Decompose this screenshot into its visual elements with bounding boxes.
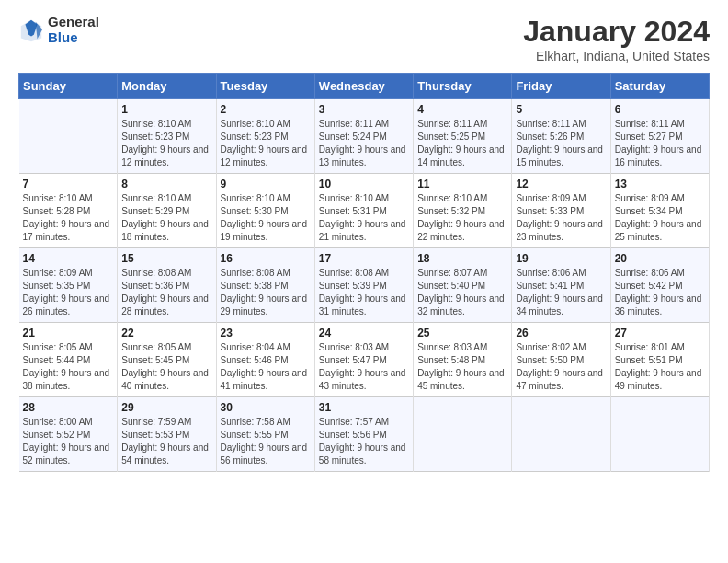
calendar-day-header: Tuesday bbox=[216, 74, 314, 99]
calendar-day-cell: 16 Sunrise: 8:08 AMSunset: 5:38 PMDaylig… bbox=[216, 248, 314, 323]
calendar-header-row: SundayMondayTuesdayWednesdayThursdayFrid… bbox=[19, 74, 710, 99]
day-number: 7 bbox=[23, 178, 114, 190]
day-info: Sunrise: 8:10 AMSunset: 5:28 PMDaylight:… bbox=[23, 193, 110, 242]
day-info: Sunrise: 8:02 AMSunset: 5:50 PMDaylight:… bbox=[516, 342, 603, 391]
day-number: 18 bbox=[417, 252, 507, 265]
day-number: 4 bbox=[417, 103, 507, 116]
day-number: 15 bbox=[121, 252, 211, 265]
day-info: Sunrise: 8:10 AMSunset: 5:30 PMDaylight:… bbox=[221, 193, 308, 242]
day-number: 16 bbox=[221, 252, 311, 265]
day-number: 29 bbox=[121, 401, 211, 414]
calendar-week-row: 1 Sunrise: 8:10 AMSunset: 5:23 PMDayligh… bbox=[19, 99, 710, 174]
day-info: Sunrise: 8:03 AMSunset: 5:48 PMDaylight:… bbox=[417, 342, 505, 391]
calendar-day-cell: 31 Sunrise: 7:57 AMSunset: 5:56 PMDaylig… bbox=[314, 397, 413, 472]
day-info: Sunrise: 8:09 AMSunset: 5:33 PMDaylight:… bbox=[516, 193, 603, 242]
calendar-day-header: Saturday bbox=[610, 74, 709, 99]
day-number: 5 bbox=[516, 103, 606, 116]
day-info: Sunrise: 8:09 AMSunset: 5:34 PMDaylight:… bbox=[615, 193, 702, 242]
logo: General Blue bbox=[18, 15, 99, 45]
calendar-day-cell: 11 Sunrise: 8:10 AMSunset: 5:32 PMDaylig… bbox=[414, 174, 512, 248]
day-info: Sunrise: 8:05 AMSunset: 5:45 PMDaylight:… bbox=[121, 342, 209, 391]
month-title: January 2024 bbox=[523, 15, 710, 49]
day-info: Sunrise: 8:06 AMSunset: 5:41 PMDaylight:… bbox=[516, 268, 603, 316]
day-number: 8 bbox=[121, 178, 211, 190]
logo-text: General Blue bbox=[48, 15, 99, 45]
day-number: 25 bbox=[417, 327, 507, 339]
location: Elkhart, Indiana, United States bbox=[523, 49, 710, 63]
calendar-day-cell: 15 Sunrise: 8:08 AMSunset: 5:36 PMDaylig… bbox=[118, 248, 216, 323]
day-number: 13 bbox=[615, 178, 705, 190]
day-number: 3 bbox=[319, 103, 409, 116]
day-info: Sunrise: 8:06 AMSunset: 5:42 PMDaylight:… bbox=[615, 268, 702, 316]
day-number: 6 bbox=[615, 103, 705, 116]
day-info: Sunrise: 8:10 AMSunset: 5:23 PMDaylight:… bbox=[121, 119, 209, 167]
calendar-day-cell: 1 Sunrise: 8:10 AMSunset: 5:23 PMDayligh… bbox=[118, 99, 216, 174]
calendar-day-cell: 24 Sunrise: 8:03 AMSunset: 5:47 PMDaylig… bbox=[314, 323, 413, 397]
day-info: Sunrise: 8:10 AMSunset: 5:29 PMDaylight:… bbox=[121, 193, 209, 242]
calendar-day-cell: 4 Sunrise: 8:11 AMSunset: 5:25 PMDayligh… bbox=[414, 99, 512, 174]
day-number: 1 bbox=[121, 103, 211, 116]
calendar-day-cell: 9 Sunrise: 8:10 AMSunset: 5:30 PMDayligh… bbox=[216, 174, 314, 248]
calendar-day-header: Thursday bbox=[414, 74, 512, 99]
day-number: 31 bbox=[319, 401, 409, 414]
calendar-day-cell bbox=[512, 397, 610, 472]
calendar-week-row: 21 Sunrise: 8:05 AMSunset: 5:44 PMDaylig… bbox=[19, 323, 710, 397]
calendar-week-row: 7 Sunrise: 8:10 AMSunset: 5:28 PMDayligh… bbox=[19, 174, 710, 248]
calendar-week-row: 14 Sunrise: 8:09 AMSunset: 5:35 PMDaylig… bbox=[19, 248, 710, 323]
day-info: Sunrise: 8:11 AMSunset: 5:25 PMDaylight:… bbox=[417, 119, 505, 167]
day-info: Sunrise: 8:08 AMSunset: 5:36 PMDaylight:… bbox=[121, 268, 209, 316]
calendar-week-row: 28 Sunrise: 8:00 AMSunset: 5:52 PMDaylig… bbox=[19, 397, 710, 472]
day-number: 14 bbox=[23, 252, 114, 265]
calendar-day-cell: 12 Sunrise: 8:09 AMSunset: 5:33 PMDaylig… bbox=[512, 174, 610, 248]
header: General Blue January 2024 Elkhart, India… bbox=[18, 15, 710, 63]
day-number: 24 bbox=[319, 327, 409, 339]
calendar-day-cell: 8 Sunrise: 8:10 AMSunset: 5:29 PMDayligh… bbox=[118, 174, 216, 248]
calendar-day-header: Monday bbox=[118, 74, 216, 99]
day-info: Sunrise: 7:57 AMSunset: 5:56 PMDaylight:… bbox=[319, 417, 406, 465]
calendar-day-cell: 3 Sunrise: 8:11 AMSunset: 5:24 PMDayligh… bbox=[314, 99, 413, 174]
day-info: Sunrise: 8:09 AMSunset: 5:35 PMDaylight:… bbox=[23, 268, 110, 316]
day-number: 28 bbox=[23, 401, 114, 414]
calendar-day-cell: 14 Sunrise: 8:09 AMSunset: 5:35 PMDaylig… bbox=[19, 248, 118, 323]
day-info: Sunrise: 8:03 AMSunset: 5:47 PMDaylight:… bbox=[319, 342, 406, 391]
logo-general-text: General bbox=[48, 15, 99, 30]
calendar-day-cell: 28 Sunrise: 8:00 AMSunset: 5:52 PMDaylig… bbox=[19, 397, 118, 472]
day-number: 23 bbox=[221, 327, 311, 339]
day-info: Sunrise: 8:07 AMSunset: 5:40 PMDaylight:… bbox=[417, 268, 505, 316]
calendar-day-cell: 22 Sunrise: 8:05 AMSunset: 5:45 PMDaylig… bbox=[118, 323, 216, 397]
day-info: Sunrise: 8:10 AMSunset: 5:23 PMDaylight:… bbox=[221, 119, 308, 167]
logo-blue-text: Blue bbox=[48, 30, 99, 46]
day-number: 2 bbox=[221, 103, 311, 116]
calendar-day-cell: 30 Sunrise: 7:58 AMSunset: 5:55 PMDaylig… bbox=[216, 397, 314, 472]
day-number: 9 bbox=[221, 178, 311, 190]
day-info: Sunrise: 8:11 AMSunset: 5:24 PMDaylight:… bbox=[319, 119, 406, 167]
day-number: 21 bbox=[23, 327, 114, 339]
calendar-day-cell bbox=[610, 397, 709, 472]
calendar-day-header: Sunday bbox=[19, 74, 118, 99]
calendar-day-cell bbox=[414, 397, 512, 472]
day-number: 20 bbox=[615, 252, 705, 265]
title-block: January 2024 Elkhart, Indiana, United St… bbox=[523, 15, 710, 63]
calendar-day-cell: 25 Sunrise: 8:03 AMSunset: 5:48 PMDaylig… bbox=[414, 323, 512, 397]
day-info: Sunrise: 7:58 AMSunset: 5:55 PMDaylight:… bbox=[221, 417, 308, 465]
calendar-day-header: Friday bbox=[512, 74, 610, 99]
calendar-day-cell: 5 Sunrise: 8:11 AMSunset: 5:26 PMDayligh… bbox=[512, 99, 610, 174]
calendar-day-cell: 20 Sunrise: 8:06 AMSunset: 5:42 PMDaylig… bbox=[610, 248, 709, 323]
calendar-day-cell: 13 Sunrise: 8:09 AMSunset: 5:34 PMDaylig… bbox=[610, 174, 709, 248]
calendar-day-cell: 26 Sunrise: 8:02 AMSunset: 5:50 PMDaylig… bbox=[512, 323, 610, 397]
day-info: Sunrise: 8:08 AMSunset: 5:39 PMDaylight:… bbox=[319, 268, 406, 316]
day-info: Sunrise: 8:01 AMSunset: 5:51 PMDaylight:… bbox=[615, 342, 702, 391]
day-info: Sunrise: 8:10 AMSunset: 5:31 PMDaylight:… bbox=[319, 193, 406, 242]
day-number: 19 bbox=[516, 252, 606, 265]
day-number: 10 bbox=[319, 178, 409, 190]
day-info: Sunrise: 8:11 AMSunset: 5:26 PMDaylight:… bbox=[516, 119, 603, 167]
calendar-day-cell: 17 Sunrise: 8:08 AMSunset: 5:39 PMDaylig… bbox=[314, 248, 413, 323]
day-number: 22 bbox=[121, 327, 211, 339]
calendar-day-cell: 2 Sunrise: 8:10 AMSunset: 5:23 PMDayligh… bbox=[216, 99, 314, 174]
calendar-day-cell: 29 Sunrise: 7:59 AMSunset: 5:53 PMDaylig… bbox=[118, 397, 216, 472]
logo-icon bbox=[18, 17, 44, 43]
day-number: 12 bbox=[516, 178, 606, 190]
main-container: General Blue January 2024 Elkhart, India… bbox=[0, 0, 728, 481]
calendar-day-cell bbox=[19, 99, 118, 174]
calendar-day-cell: 27 Sunrise: 8:01 AMSunset: 5:51 PMDaylig… bbox=[610, 323, 709, 397]
